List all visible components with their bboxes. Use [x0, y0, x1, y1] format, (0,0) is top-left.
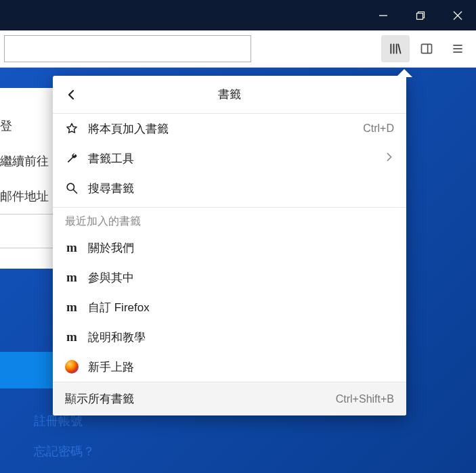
menu-item-label: 搜尋書籤 [88, 181, 394, 196]
panel-arrow [396, 69, 412, 77]
svg-rect-1 [416, 13, 423, 19]
mozilla-favicon-icon: m [65, 300, 79, 314]
menu-item-shortcut: Ctrl+D [363, 122, 394, 135]
search-icon [65, 181, 79, 195]
window-close-button[interactable] [439, 0, 476, 30]
close-icon [452, 10, 463, 21]
window-titlebar [0, 0, 476, 30]
app-menu-button[interactable] [443, 35, 472, 62]
bookmarks-panel: 書籤 將本頁加入書籤 Ctrl+D 書籤工具 搜尋書籤 最近加入的書籤 m 關於… [53, 76, 406, 415]
svg-line-10 [74, 190, 77, 194]
recent-bookmark-item[interactable]: m 說明和教學 [53, 322, 406, 352]
bookmark-label: 參與其中 [88, 270, 394, 286]
mozilla-favicon-icon: m [65, 241, 79, 254]
menu-item-label: 書籤工具 [88, 151, 375, 166]
bookmark-label: 關於我們 [88, 240, 394, 256]
restore-icon [416, 11, 425, 20]
recent-bookmarks-label: 最近加入的書籤 [53, 207, 406, 233]
sidebar-button[interactable] [412, 35, 441, 62]
wrench-icon [65, 152, 79, 165]
hamburger-icon [451, 42, 464, 55]
mozilla-favicon-icon: m [65, 271, 79, 284]
bookmark-label: 新手上路 [88, 359, 394, 375]
firefox-favicon-icon [65, 360, 79, 374]
recent-bookmark-item[interactable]: m 自訂 Firefox [53, 292, 406, 322]
library-button[interactable] [381, 35, 410, 62]
recent-bookmark-item[interactable]: m 參與其中 [53, 263, 406, 292]
sidebar-icon [420, 42, 433, 55]
svg-rect-4 [422, 44, 432, 53]
panel-title: 書籤 [53, 87, 406, 102]
bookmarking-tools[interactable]: 書籤工具 [53, 143, 406, 173]
menu-item-shortcut: Ctrl+Shift+B [336, 393, 394, 405]
panel-back-button[interactable] [61, 84, 83, 106]
recent-bookmark-item[interactable]: m 關於我們 [53, 233, 406, 263]
search-bookmarks[interactable]: 搜尋書籤 [53, 173, 406, 203]
recent-bookmark-item[interactable]: 新手上路 [53, 352, 406, 382]
library-icon [389, 42, 402, 55]
window-minimize-button[interactable] [364, 0, 402, 30]
chevron-right-icon [385, 152, 394, 165]
chevron-left-icon [66, 89, 77, 100]
forgot-password-link[interactable]: 忘記密碼？ [34, 436, 95, 467]
window-restore-button[interactable] [402, 0, 439, 30]
menu-item-label: 將本頁加入書籤 [88, 121, 353, 137]
mozilla-favicon-icon: m [65, 330, 79, 344]
url-bar[interactable] [4, 35, 251, 62]
browser-toolbar [0, 30, 476, 68]
panel-header: 書籤 [53, 76, 406, 114]
bookmark-label: 自訂 Firefox [88, 300, 394, 315]
minimize-icon [378, 11, 388, 20]
bookmark-label: 說明和教學 [88, 330, 394, 345]
star-outline-icon [65, 122, 79, 135]
menu-item-label: 顯示所有書籤 [65, 391, 336, 407]
bookmark-this-page[interactable]: 將本頁加入書籤 Ctrl+D [53, 114, 406, 143]
show-all-bookmarks[interactable]: 顯示所有書籤 Ctrl+Shift+B [53, 382, 406, 415]
